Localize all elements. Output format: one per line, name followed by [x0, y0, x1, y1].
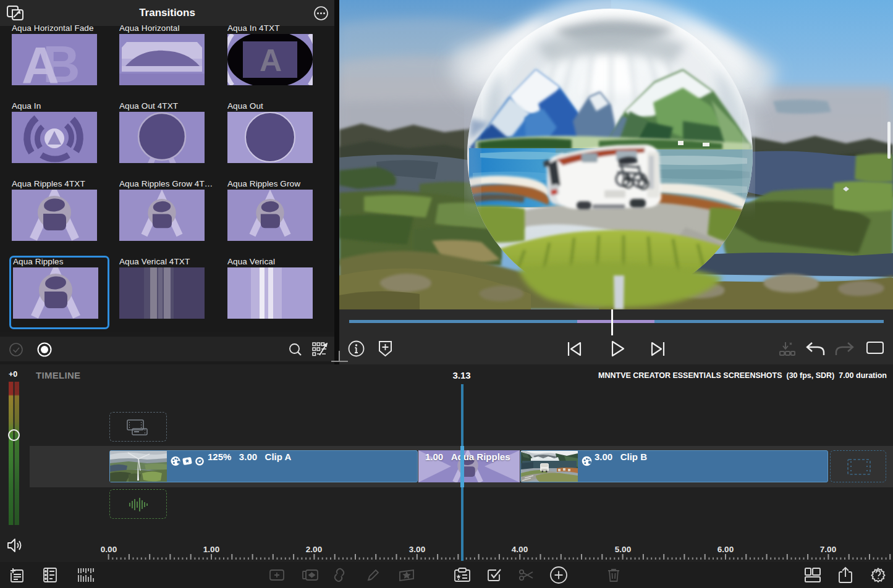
- svg-text:A: A: [22, 36, 59, 85]
- svg-text:A: A: [260, 43, 282, 78]
